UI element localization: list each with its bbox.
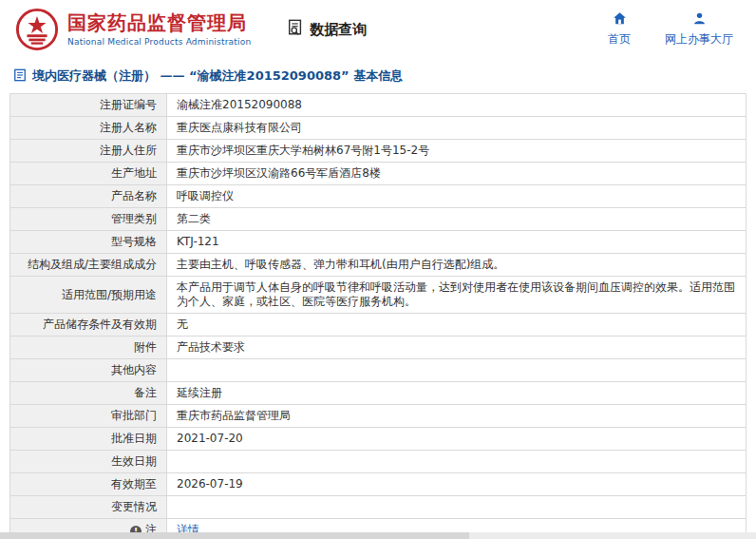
- table-row: 注册人名称 重庆医点康科技有限公司: [10, 117, 747, 140]
- row-label: 注册证编号: [10, 94, 167, 117]
- row-value: 第二类: [167, 208, 747, 231]
- row-value: 2026-07-19: [167, 473, 747, 496]
- table-row: 产品储存条件及有效期 无: [10, 314, 747, 337]
- row-value: [167, 359, 747, 382]
- table-row: 生产地址 重庆市沙坪坝区汉渝路66号军盾酒店8楼: [10, 163, 747, 185]
- row-label: 变更情况: [10, 496, 167, 519]
- registration-info-table: 注册证编号 渝械注准20152090088 注册人名称 重庆医点康科技有限公司 …: [9, 93, 747, 539]
- nav-service-hall[interactable]: 网上办事大厅: [665, 11, 733, 48]
- table-row: 其他内容: [10, 359, 747, 382]
- row-label: 适用范围/预期用途: [10, 277, 167, 314]
- document-icon: [13, 68, 27, 85]
- table-row: 产品名称 呼吸调控仪: [10, 185, 747, 208]
- row-value: 渝械注准20152090088: [167, 94, 747, 117]
- person-icon: [692, 11, 707, 29]
- row-label: 生产地址: [10, 163, 167, 185]
- site-header: 国家药品监督管理局 National Medical Products Admi…: [0, 0, 756, 59]
- national-emblem-icon: [15, 8, 59, 51]
- table-row: 附件 产品技术要求: [10, 337, 747, 359]
- row-value: 重庆市沙坪坝区汉渝路66号军盾酒店8楼: [167, 163, 747, 185]
- nav-home-label: 首页: [608, 31, 631, 48]
- horizontal-scrollbar[interactable]: [0, 532, 756, 539]
- brand-text: 国家药品监督管理局 National Medical Products Admi…: [67, 12, 251, 47]
- table-row: 注册证编号 渝械注准20152090088: [10, 94, 747, 117]
- row-label: 产品储存条件及有效期: [10, 314, 167, 337]
- row-value: 主要由主机、呼吸传感器、弹力带和耳机(由用户自行选配)组成。: [167, 254, 747, 277]
- row-label: 审批部门: [10, 405, 167, 428]
- row-label: 结构及组成/主要组成成分: [10, 254, 167, 277]
- row-value: [167, 451, 747, 473]
- row-value: 延续注册: [167, 382, 747, 405]
- row-value: 重庆医点康科技有限公司: [167, 117, 747, 140]
- row-value: 无: [167, 314, 747, 337]
- row-value: 重庆市沙坪坝区重庆大学柏树林67号附1号15-2号: [167, 140, 747, 163]
- table-row: 结构及组成/主要组成成分 主要由主机、呼吸传感器、弹力带和耳机(由用户自行选配)…: [10, 254, 747, 277]
- row-label: 其他内容: [10, 359, 167, 382]
- row-value: 2021-07-20: [167, 428, 747, 451]
- scrollbar-thumb[interactable]: [0, 532, 469, 539]
- row-value: KTJ-121: [167, 231, 747, 254]
- top-nav: 首页 网上办事大厅: [608, 11, 739, 48]
- row-label: 生效日期: [10, 451, 167, 473]
- document-search-icon: [287, 19, 304, 40]
- row-value: 本产品用于调节人体自身的呼吸节律和呼吸活动量，达到对使用者在使用该设备期间血压调…: [167, 277, 747, 314]
- agency-name-en: National Medical Products Administration: [67, 37, 251, 47]
- table-row: 型号规格 KTJ-121: [10, 231, 747, 254]
- row-value: 重庆市药品监督管理局: [167, 405, 747, 428]
- row-label: 有效期至: [10, 473, 167, 496]
- nav-home[interactable]: 首页: [608, 11, 631, 48]
- nav-service-hall-label: 网上办事大厅: [665, 31, 733, 48]
- table-row: 审批部门 重庆市药品监督管理局: [10, 405, 747, 428]
- page-title: 境内医疗器械（注册） —— “渝械注准20152090088” 基本信息: [32, 67, 403, 85]
- row-label: 管理类别: [10, 208, 167, 231]
- agency-name-cn: 国家药品监督管理局: [67, 12, 251, 34]
- breadcrumb: 境内医疗器械（注册） —— “渝械注准20152090088” 基本信息: [0, 59, 756, 91]
- data-query-label: 数据查询: [310, 21, 367, 39]
- row-label: 备注: [10, 382, 167, 405]
- row-label: 型号规格: [10, 231, 167, 254]
- table-row: 变更情况: [10, 496, 747, 519]
- table-row: 备注 延续注册: [10, 382, 747, 405]
- row-label: 批准日期: [10, 428, 167, 451]
- data-query-nav[interactable]: 数据查询: [287, 19, 367, 40]
- table-row: 适用范围/预期用途 本产品用于调节人体自身的呼吸节律和呼吸活动量，达到对使用者在…: [10, 277, 747, 314]
- row-label: 注册人住所: [10, 140, 167, 163]
- row-value: 呼吸调控仪: [167, 185, 747, 208]
- table-row: 生效日期: [10, 451, 747, 473]
- row-label: 注册人名称: [10, 117, 167, 140]
- brand: 国家药品监督管理局 National Medical Products Admi…: [15, 8, 251, 51]
- row-value: 产品技术要求: [167, 337, 747, 359]
- table-row: 批准日期 2021-07-20: [10, 428, 747, 451]
- row-value: [167, 496, 747, 519]
- table-row: 注册人住所 重庆市沙坪坝区重庆大学柏树林67号附1号15-2号: [10, 140, 747, 163]
- home-icon: [613, 11, 627, 29]
- table-row: 管理类别 第二类: [10, 208, 747, 231]
- row-label: 产品名称: [10, 185, 167, 208]
- row-label: 附件: [10, 337, 167, 359]
- table-row: 有效期至 2026-07-19: [10, 473, 747, 496]
